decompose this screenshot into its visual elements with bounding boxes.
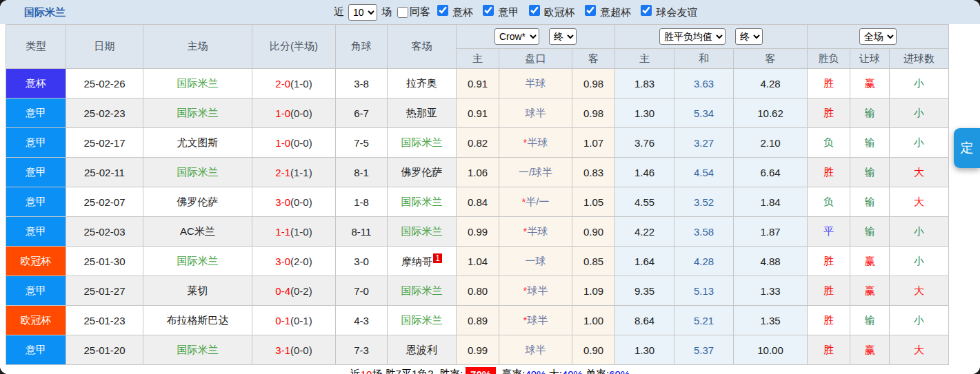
odds-company-select[interactable]: Crow*: [494, 28, 539, 45]
cell-odds-away: 0.98: [572, 98, 615, 128]
cell-odds-away: 0.90: [572, 217, 615, 247]
col-header-corner: 角球: [336, 25, 388, 69]
league-badge: 欧冠杯: [6, 247, 66, 276]
col-header-date: 日期: [66, 25, 143, 69]
league-badge: 意甲: [6, 187, 66, 217]
cell-odds-home: 0.91: [457, 98, 499, 128]
cell-avg-away: 4.88: [734, 247, 808, 276]
col-header-type: 类型: [6, 25, 66, 69]
league-filter-checkbox[interactable]: [641, 5, 652, 16]
league-filter-checkbox[interactable]: [529, 5, 540, 16]
cell-date: 25-02-23: [66, 98, 143, 128]
cell-result: 胜: [808, 335, 850, 365]
cell-handicap-result: 赢: [850, 247, 890, 276]
col-header-home: 主场: [143, 25, 252, 69]
cell-avg-away: 4.28: [734, 69, 808, 98]
summary-count: 10: [361, 368, 372, 374]
cell-home-team: 国际米兰: [143, 69, 252, 98]
cell-corners: 6-7: [336, 98, 388, 128]
cell-home-team: 布拉格斯巴达: [143, 306, 252, 335]
cell-score: 3-1(0-0): [252, 335, 336, 365]
away-team-name: 佛罗伦萨: [401, 166, 443, 178]
cell-handicap: *球半: [499, 276, 572, 306]
cell-home-team: 国际米兰: [143, 247, 252, 276]
cell-date: 25-01-30: [66, 247, 143, 276]
match-row: 意甲 25-02-03 AC米兰 1-1(1-0) 8-11 国际米兰 0.99…: [6, 217, 949, 247]
col-header-goals: 进球数: [890, 49, 949, 69]
league-filter-label: 意甲: [499, 6, 519, 18]
cell-home-team: 佛罗伦萨: [143, 187, 252, 217]
handicap-text: 球半: [527, 314, 548, 326]
col-header-handicap: 盘口: [499, 49, 572, 69]
cell-avg-draw: 3.58: [674, 217, 734, 247]
cell-avg-home: 1.30: [615, 98, 674, 128]
cell-home-team: 国际米兰: [143, 158, 252, 187]
league-badge: 意甲: [6, 158, 66, 187]
cell-goals: 大: [890, 335, 949, 365]
recent-count-select[interactable]: 10: [348, 4, 377, 21]
col-header-away: 客场: [388, 25, 457, 69]
cell-goals: 小: [890, 217, 949, 247]
halftime-score: (0-0): [290, 344, 312, 356]
handicap-rate-label: 赢率:: [499, 368, 525, 374]
league-filter-label: 球会友谊: [657, 6, 698, 18]
cell-goals: 小: [890, 247, 949, 276]
halftime-score: (1-0): [290, 78, 312, 90]
pin-button[interactable]: 定: [954, 128, 980, 168]
away-team-name: 国际米兰: [401, 225, 443, 237]
cell-home-team: 尤文图斯: [143, 128, 252, 158]
cell-avg-away: 1.84: [734, 187, 808, 217]
avg-odds-time-select[interactable]: 终: [735, 28, 763, 45]
league-badge: 意甲: [6, 276, 66, 306]
cell-goals: 大: [890, 158, 949, 187]
match-row: 欧冠杯 25-01-30 国际米兰 3-0(2-0) 3-0 摩纳哥1 1.04…: [6, 247, 949, 276]
odds-company-time-select[interactable]: 终: [549, 28, 577, 45]
over-rate-value: 40%: [562, 368, 583, 374]
league-filter-checkbox[interactable]: [437, 5, 448, 16]
away-team-name: 热那亚: [406, 107, 437, 118]
cell-handicap-result: 输: [850, 217, 890, 247]
cell-date: 25-02-26: [66, 69, 143, 98]
cell-avg-away: 1.87: [734, 217, 808, 247]
same-opponent-checkbox[interactable]: [397, 7, 408, 18]
cell-avg-draw: 3.27: [674, 128, 734, 158]
avg-odds-select[interactable]: 胜平负均值: [659, 28, 726, 45]
cell-result: 平: [808, 217, 850, 247]
recent-label: 近: [334, 6, 344, 19]
fulltime-score: 1-0: [275, 107, 290, 119]
team-title: 国际米兰: [24, 0, 66, 24]
halftime-score: (0-0): [290, 137, 312, 149]
halftime-score: (2-0): [290, 256, 312, 267]
cell-corners: 4-3: [336, 306, 388, 335]
cell-result: 胜: [808, 306, 850, 335]
cell-goals: 大: [890, 276, 949, 306]
cell-score: 0-1(0-1): [252, 306, 336, 335]
match-row: 意甲 25-02-17 尤文图斯 1-0(0-0) 7-5 国际米兰 0.82 …: [6, 128, 949, 158]
cell-odds-away: 0.90: [572, 335, 615, 365]
cell-handicap: *一/球半: [499, 158, 572, 187]
cell-avg-away: 10.00: [734, 335, 808, 365]
odd-rate-label: 单率:: [583, 368, 609, 374]
scope-select[interactable]: 全场: [859, 28, 897, 45]
match-row: 意甲 25-02-11 国际米兰 2-1(1-1) 8-1 佛罗伦萨 1.06 …: [6, 158, 949, 187]
cell-avg-away: 2.10: [734, 128, 808, 158]
cell-handicap: *球半: [499, 306, 572, 335]
cell-home-team: AC米兰: [143, 217, 252, 247]
league-filter-checkbox[interactable]: [483, 5, 494, 16]
handicap-text: 半球: [526, 77, 546, 89]
cell-avg-home: 9.35: [615, 276, 674, 306]
cell-avg-away: 10.62: [734, 98, 808, 128]
league-filter-checkbox[interactable]: [585, 5, 596, 16]
cell-avg-draw: 5.21: [674, 306, 734, 335]
cell-goals: 小: [890, 128, 949, 158]
cell-goals: 小: [890, 98, 949, 128]
cell-avg-home: 3.76: [615, 128, 674, 158]
cell-away-team: 国际米兰: [388, 187, 457, 217]
away-team-name: 国际米兰: [401, 196, 443, 207]
col-header-avg-away: 客: [734, 49, 808, 69]
cell-handicap-result: 输: [850, 306, 890, 335]
cell-away-team: 热那亚: [388, 98, 457, 128]
cell-handicap-result: 赢: [850, 335, 890, 365]
handicap-text: 半球: [527, 225, 548, 237]
cell-avg-home: 8.64: [615, 306, 674, 335]
